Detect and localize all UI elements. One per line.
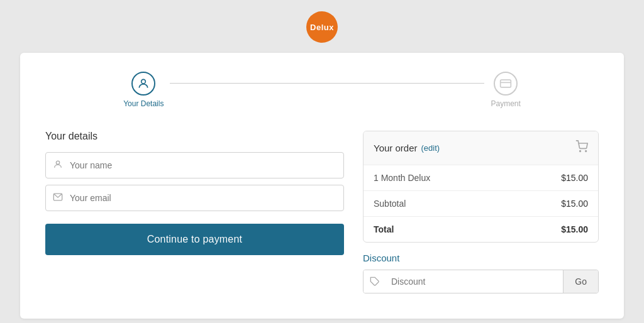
step-connector bbox=[170, 83, 484, 84]
step-payment: Payment bbox=[491, 72, 520, 108]
email-input-wrapper bbox=[45, 185, 344, 211]
logo-area: Delux bbox=[306, 11, 338, 43]
name-input-wrapper bbox=[45, 152, 344, 178]
main-card: Your Details Payment Your details bbox=[20, 53, 624, 319]
discount-section: Discount Go bbox=[363, 253, 599, 293]
content-area: Your details bbox=[45, 131, 599, 293]
step-your-details-label: Your Details bbox=[123, 99, 164, 108]
app-logo: Delux bbox=[306, 11, 338, 43]
discount-label: Discount bbox=[363, 253, 599, 263]
right-column: Your order (edit) 1 Month Delux $15. bbox=[363, 131, 599, 293]
cart-icon bbox=[575, 140, 588, 156]
svg-point-0 bbox=[142, 79, 146, 84]
order-header-left: Your order (edit) bbox=[374, 143, 440, 153]
person-icon bbox=[53, 160, 63, 172]
svg-rect-1 bbox=[501, 80, 511, 87]
svg-point-5 bbox=[580, 151, 581, 152]
left-column: Your details bbox=[45, 131, 344, 293]
email-icon bbox=[53, 192, 63, 204]
order-box: Your order (edit) 1 Month Delux $15. bbox=[363, 131, 599, 243]
logo-text: Delux bbox=[310, 23, 334, 32]
name-input[interactable] bbox=[45, 152, 344, 178]
order-row-subtotal: Subtotal $15.00 bbox=[364, 191, 598, 217]
tag-icon bbox=[364, 270, 386, 293]
stepper: Your Details Payment bbox=[45, 72, 599, 108]
order-row-product: 1 Month Delux $15.00 bbox=[364, 165, 598, 191]
order-edit-link[interactable]: (edit) bbox=[421, 143, 440, 153]
discount-input-row: Go bbox=[363, 270, 599, 293]
order-subtotal-label: Subtotal bbox=[374, 199, 406, 209]
svg-point-3 bbox=[56, 161, 59, 164]
order-total-amount: $15.00 bbox=[561, 224, 588, 234]
svg-point-6 bbox=[586, 151, 587, 152]
order-total-label: Total bbox=[374, 224, 394, 234]
discount-input[interactable] bbox=[386, 270, 563, 293]
step-your-details-icon bbox=[131, 72, 155, 96]
discount-go-button[interactable]: Go bbox=[563, 270, 598, 293]
order-product-amount: $15.00 bbox=[561, 173, 588, 183]
continue-button[interactable]: Continue to payment bbox=[45, 224, 344, 255]
email-input[interactable] bbox=[45, 185, 344, 211]
step-payment-label: Payment bbox=[491, 99, 520, 108]
order-header: Your order (edit) bbox=[364, 131, 598, 165]
step-your-details: Your Details bbox=[123, 72, 164, 108]
form-section-title: Your details bbox=[45, 131, 344, 142]
step-payment-icon bbox=[494, 72, 518, 96]
order-subtotal-amount: $15.00 bbox=[561, 199, 588, 209]
order-title: Your order bbox=[374, 143, 418, 153]
order-product-label: 1 Month Delux bbox=[374, 173, 430, 183]
order-row-total: Total $15.00 bbox=[364, 217, 598, 242]
